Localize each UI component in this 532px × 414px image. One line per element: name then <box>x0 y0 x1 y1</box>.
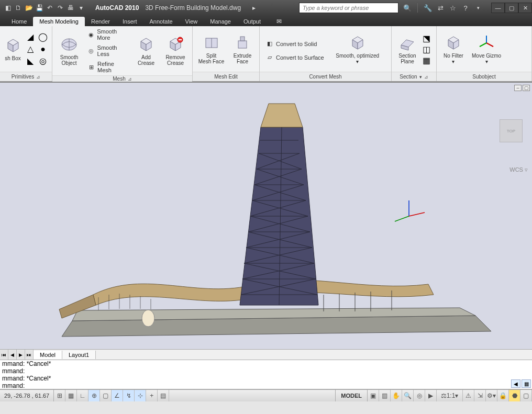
section-jog-icon[interactable]: ⬔ <box>422 33 433 43</box>
cmd-scroll-left-icon[interactable]: ◀ <box>511 379 520 388</box>
workspace-switch-icon[interactable]: ⚙▾ <box>486 390 497 401</box>
mesh-pyramid-icon[interactable]: △ <box>25 43 36 55</box>
app-menu-icon[interactable]: ◧ <box>3 3 13 13</box>
open-icon[interactable]: 📂 <box>24 3 34 13</box>
smooth-optimized-button[interactable]: Smooth, optimized▾ <box>329 32 386 66</box>
tab-render[interactable]: Render <box>85 17 116 26</box>
toolbar-lock-icon[interactable]: 🔒 <box>497 390 509 401</box>
tab-view[interactable]: View <box>179 17 204 26</box>
tab-last-icon[interactable]: ⏭ <box>25 350 34 360</box>
mesh-sphere-icon[interactable]: ● <box>37 43 49 55</box>
refine-mesh-button[interactable]: ⊞Refine Mesh <box>85 60 130 74</box>
viewport-maximize-icon[interactable]: ▢ <box>523 85 530 91</box>
minimize-button[interactable]: — <box>491 3 505 13</box>
maximize-button[interactable]: ▢ <box>505 3 518 13</box>
showmotion-icon[interactable]: ▶ <box>425 390 437 401</box>
extrude-face-button[interactable]: Extrude Face <box>229 32 256 66</box>
smooth-more-button[interactable]: ◉Smooth More <box>85 27 130 42</box>
split-mesh-face-button[interactable]: Split Mesh Face <box>196 32 227 66</box>
qp-toggle[interactable]: ▤ <box>158 390 169 401</box>
add-crease-button[interactable]: Add Crease <box>132 34 160 68</box>
redo-icon[interactable]: ↷ <box>56 3 65 13</box>
panel-label: Mesh Edit <box>214 74 237 80</box>
panel-expand-icon[interactable]: ⊿ <box>128 76 132 82</box>
section-live-icon[interactable]: ◫ <box>422 44 433 54</box>
dyn-toggle[interactable]: ⊹ <box>135 390 146 401</box>
grid-toggle[interactable]: ▦ <box>65 390 77 401</box>
convert-to-solid-button[interactable]: ◧Convert to Solid <box>263 39 327 49</box>
exchange-icon[interactable]: ⇄ <box>436 3 445 13</box>
search-input[interactable] <box>299 3 398 13</box>
tab-output[interactable]: Output <box>237 17 267 26</box>
lwt-toggle[interactable]: + <box>146 390 158 401</box>
app-title: AutoCAD 2010 3D Free-Form Building Model… <box>89 4 247 12</box>
tab-prev-icon[interactable]: ◀ <box>8 350 17 360</box>
save-icon[interactable]: 💾 <box>35 3 44 13</box>
command-history-line: mmand: *Cancel* <box>2 375 530 382</box>
undo-icon[interactable]: ↶ <box>45 3 54 13</box>
section-plane-button[interactable]: Section Plane <box>395 32 420 66</box>
mesh-box-button[interactable]: sh Box <box>3 35 23 63</box>
remove-crease-button[interactable]: Remove Crease <box>162 34 189 68</box>
tab-annotate[interactable]: Annotate <box>143 17 179 26</box>
print-icon[interactable]: 🖶 <box>66 3 75 13</box>
annotation-scale[interactable]: ⚖ 1:1▾ <box>437 390 463 401</box>
close-button[interactable]: ✕ <box>518 3 532 13</box>
zoom-icon[interactable]: 🔍 <box>402 390 414 401</box>
drawing-viewport[interactable]: – ▢ TOP WCS ▿ <box>0 82 532 349</box>
cmd-scroll-right-icon[interactable]: ▦ <box>522 379 531 388</box>
osnap-toggle[interactable]: ▢ <box>100 390 112 401</box>
key-icon[interactable]: 🔧 <box>423 3 433 13</box>
ducs-toggle[interactable]: ↯ <box>123 390 135 401</box>
new-icon[interactable]: 🗋 <box>14 3 23 13</box>
svg-line-26 <box>480 43 486 47</box>
favorite-icon[interactable]: ☆ <box>448 3 458 13</box>
smooth-object-button[interactable]: Smooth Object <box>56 34 83 68</box>
panel-expand-icon[interactable]: ⊿ <box>424 74 428 80</box>
tab-mesh-modeling[interactable]: Mesh Modeling <box>33 17 85 26</box>
layout-tab-model[interactable]: Model <box>34 351 62 359</box>
command-line[interactable]: mmand: *Cancel* mmand: mmand: *Cancel* m… <box>0 360 532 389</box>
ortho-toggle[interactable]: ∟ <box>77 390 88 401</box>
binoculars-icon[interactable]: 🔍 <box>403 3 412 13</box>
quick-view-drawings-icon[interactable]: ▥ <box>379 390 391 401</box>
annotation-visibility-icon[interactable]: ⚠ <box>463 390 474 401</box>
coordinate-readout[interactable]: 29, -26.78 , 61.67 <box>0 390 54 401</box>
view-cube[interactable]: TOP <box>500 119 523 142</box>
help-icon[interactable]: ? <box>461 3 470 13</box>
layout-tab-layout1[interactable]: Layout1 <box>62 351 96 359</box>
model-space-indicator[interactable]: MODEL <box>335 390 368 401</box>
quick-view-layouts-icon[interactable]: ▣ <box>368 390 379 401</box>
hardware-accel-icon[interactable]: ⬣ <box>509 390 520 401</box>
pan-icon[interactable]: ✋ <box>391 390 402 401</box>
annotation-autoscale-icon[interactable]: ⇲ <box>474 390 486 401</box>
polar-toggle[interactable]: ⊕ <box>88 390 100 401</box>
tab-manage[interactable]: Manage <box>204 17 237 26</box>
tab-first-icon[interactable]: ⏮ <box>0 350 8 360</box>
smooth-less-button[interactable]: ◎Smooth Less <box>85 43 130 58</box>
tab-home[interactable]: Home <box>5 17 33 26</box>
otrack-toggle[interactable]: ∠ <box>112 390 123 401</box>
mesh-cylinder-icon[interactable]: ◯ <box>37 31 49 43</box>
no-filter-button[interactable]: No Filter▾ <box>440 32 467 66</box>
mesh-torus-icon[interactable]: ◎ <box>37 55 49 67</box>
tab-next-icon[interactable]: ▶ <box>17 350 25 360</box>
clean-screen-icon[interactable]: ▢ <box>520 390 532 401</box>
mesh-wedge-icon[interactable]: ◣ <box>25 55 36 67</box>
convert-to-surface-button[interactable]: ▱Convert to Surface <box>263 52 327 63</box>
infocenter-icon[interactable]: ✉ <box>273 17 285 26</box>
svg-rect-15 <box>240 37 245 41</box>
help-dropdown-icon[interactable]: ▾ <box>473 3 483 13</box>
mesh-cone-icon[interactable]: ◢ <box>25 31 36 43</box>
viewport-minimize-icon[interactable]: – <box>514 85 522 91</box>
panel-expand-icon[interactable]: ⊿ <box>36 74 40 80</box>
help-search[interactable] <box>299 3 398 13</box>
wcs-label[interactable]: WCS ▿ <box>509 166 528 173</box>
command-prompt-line[interactable]: mmand: <box>2 382 530 389</box>
snap-toggle[interactable]: ⊞ <box>54 390 65 401</box>
qat-dropdown-icon[interactable]: ▾ <box>76 3 86 13</box>
move-gizmo-button[interactable]: Move Gizmo▾ <box>469 32 504 66</box>
steering-wheel-icon[interactable]: ◎ <box>414 390 425 401</box>
section-gen-icon[interactable]: ▦ <box>422 55 433 65</box>
tab-insert[interactable]: Insert <box>116 17 143 26</box>
